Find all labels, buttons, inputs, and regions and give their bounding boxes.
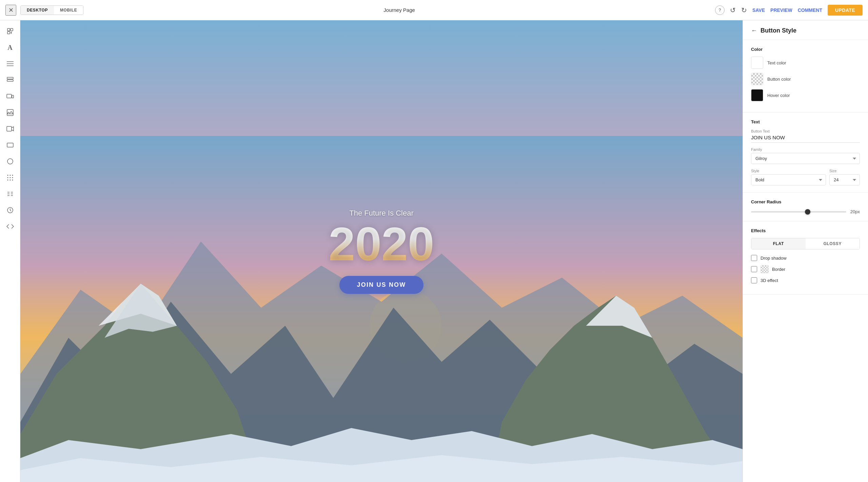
svg-point-22 bbox=[12, 177, 13, 178]
svg-point-20 bbox=[7, 177, 8, 178]
svg-rect-2 bbox=[7, 32, 10, 34]
responsive-icon[interactable] bbox=[3, 89, 17, 103]
hover-color-row: Hover color bbox=[751, 89, 860, 101]
style-field: Style Bold bbox=[751, 169, 826, 185]
border-color-swatch[interactable] bbox=[761, 265, 769, 273]
family-sublabel: Family bbox=[751, 147, 860, 152]
size-field: Size 24 bbox=[829, 169, 860, 185]
style-sublabel: Style bbox=[751, 169, 826, 173]
main-layout: A bbox=[0, 20, 868, 482]
effects-toggle: FLAT GLOSSY bbox=[751, 238, 860, 249]
size-select[interactable]: 24 bbox=[829, 174, 860, 185]
topbar: ✕ DESKTOP MOBILE Journey Page ? ↺ ↻ SAVE… bbox=[0, 0, 868, 20]
glossy-effect-button[interactable]: GLOSSY bbox=[806, 238, 860, 249]
radius-row: 20px bbox=[751, 209, 860, 214]
svg-rect-11 bbox=[12, 95, 14, 98]
code-icon[interactable] bbox=[3, 220, 17, 233]
border-row: Border bbox=[751, 265, 860, 273]
canvas-background: The Future Is Clear 2020 JOIN US NOW bbox=[20, 20, 743, 482]
divider-icon[interactable] bbox=[3, 187, 17, 201]
button-text-sublabel: Button Text bbox=[751, 129, 860, 133]
family-field: Family Gilroy bbox=[751, 147, 860, 164]
svg-point-23 bbox=[7, 180, 8, 181]
svg-point-24 bbox=[9, 180, 11, 181]
text-tool-icon[interactable]: A bbox=[3, 41, 17, 54]
canvas-content: The Future Is Clear 2020 JOIN US NOW bbox=[329, 209, 434, 294]
svg-rect-14 bbox=[7, 126, 12, 131]
video-icon[interactable] bbox=[3, 122, 17, 136]
gallery-icon[interactable] bbox=[3, 106, 17, 119]
svg-rect-1 bbox=[11, 28, 13, 31]
update-button[interactable]: UPDATE bbox=[828, 5, 863, 16]
radius-value: 20px bbox=[850, 209, 860, 214]
grid-icon[interactable] bbox=[3, 171, 17, 184]
svg-point-17 bbox=[7, 175, 8, 176]
comment-button[interactable]: COMMENT bbox=[798, 7, 822, 13]
color-section: Color Text color Button color Hover colo… bbox=[743, 40, 868, 113]
mountain-overlay bbox=[20, 136, 743, 482]
drop-shadow-label: Drop shadow bbox=[761, 256, 787, 261]
flat-effect-button[interactable]: FLAT bbox=[751, 238, 806, 249]
canvas-year: 2020 bbox=[329, 220, 434, 268]
svg-point-21 bbox=[9, 177, 11, 178]
text-color-swatch[interactable] bbox=[751, 57, 763, 69]
3d-effect-checkbox[interactable] bbox=[751, 277, 757, 283]
effects-section: Effects FLAT GLOSSY Drop shadow Border 3… bbox=[743, 221, 868, 295]
text-section: Text Button Text JOIN US NOW Family Gilr… bbox=[743, 113, 868, 193]
text-color-row: Text color bbox=[751, 57, 860, 69]
mobile-view-button[interactable]: MOBILE bbox=[54, 6, 83, 15]
panel-title: Button Style bbox=[761, 27, 796, 34]
back-button[interactable]: ← bbox=[751, 27, 757, 34]
button-text-field: Button Text JOIN US NOW bbox=[751, 129, 860, 143]
drop-shadow-checkbox[interactable] bbox=[751, 255, 757, 261]
svg-rect-0 bbox=[7, 28, 10, 31]
svg-point-19 bbox=[12, 175, 13, 176]
effects-label: Effects bbox=[751, 228, 860, 233]
redo-button[interactable]: ↻ bbox=[741, 6, 747, 14]
corner-radius-section: Corner Radius 20px bbox=[743, 193, 868, 221]
button-text-value[interactable]: JOIN US NOW bbox=[751, 135, 860, 143]
preview-button[interactable]: PREVIEW bbox=[770, 7, 792, 13]
size-sublabel: Size bbox=[829, 169, 860, 173]
button-color-swatch[interactable] bbox=[751, 73, 763, 85]
radius-slider[interactable] bbox=[751, 211, 846, 213]
circle-icon[interactable] bbox=[3, 155, 17, 168]
add-section-icon[interactable] bbox=[3, 24, 17, 38]
family-select[interactable]: Gilroy bbox=[751, 153, 860, 164]
svg-line-34 bbox=[10, 210, 11, 211]
text-color-label: Text color bbox=[767, 60, 786, 65]
canvas-join-button[interactable]: JOIN US NOW bbox=[339, 276, 424, 294]
right-panel: ← Button Style Color Text color Button c… bbox=[743, 20, 868, 482]
save-button[interactable]: SAVE bbox=[752, 7, 765, 13]
svg-rect-9 bbox=[7, 80, 13, 81]
section-icon[interactable] bbox=[3, 73, 17, 87]
svg-point-25 bbox=[12, 180, 13, 181]
3d-effect-label: 3D effect bbox=[761, 278, 778, 283]
help-button[interactable]: ? bbox=[715, 5, 725, 15]
rectangle-icon[interactable] bbox=[3, 138, 17, 152]
topbar-actions: ? ↺ ↻ SAVE PREVIEW COMMENT UPDATE bbox=[715, 5, 863, 16]
corner-radius-label: Corner Radius bbox=[751, 199, 860, 204]
style-select[interactable]: Bold bbox=[751, 174, 826, 185]
border-checkbox[interactable] bbox=[751, 266, 757, 272]
desktop-view-button[interactable]: DESKTOP bbox=[21, 6, 54, 15]
text-section-label: Text bbox=[751, 119, 860, 124]
svg-point-16 bbox=[7, 159, 13, 164]
drop-shadow-row: Drop shadow bbox=[751, 255, 860, 261]
svg-point-18 bbox=[9, 175, 11, 176]
close-button[interactable]: ✕ bbox=[5, 5, 16, 16]
hover-color-swatch[interactable] bbox=[751, 89, 763, 101]
color-section-label: Color bbox=[751, 47, 860, 52]
border-label: Border bbox=[772, 267, 785, 272]
page-title: Journey Page bbox=[87, 7, 711, 13]
view-toggle: DESKTOP MOBILE bbox=[20, 5, 83, 15]
canvas-area: The Future Is Clear 2020 JOIN US NOW bbox=[20, 20, 743, 482]
svg-rect-10 bbox=[7, 94, 12, 98]
undo-button[interactable]: ↺ bbox=[730, 6, 736, 14]
svg-rect-8 bbox=[7, 77, 13, 79]
3d-effect-row: 3D effect bbox=[751, 277, 860, 283]
clock-icon[interactable] bbox=[3, 203, 17, 217]
style-size-row: Style Bold Size 24 bbox=[751, 169, 860, 185]
svg-rect-15 bbox=[7, 143, 13, 147]
content-blocks-icon[interactable] bbox=[3, 57, 17, 71]
